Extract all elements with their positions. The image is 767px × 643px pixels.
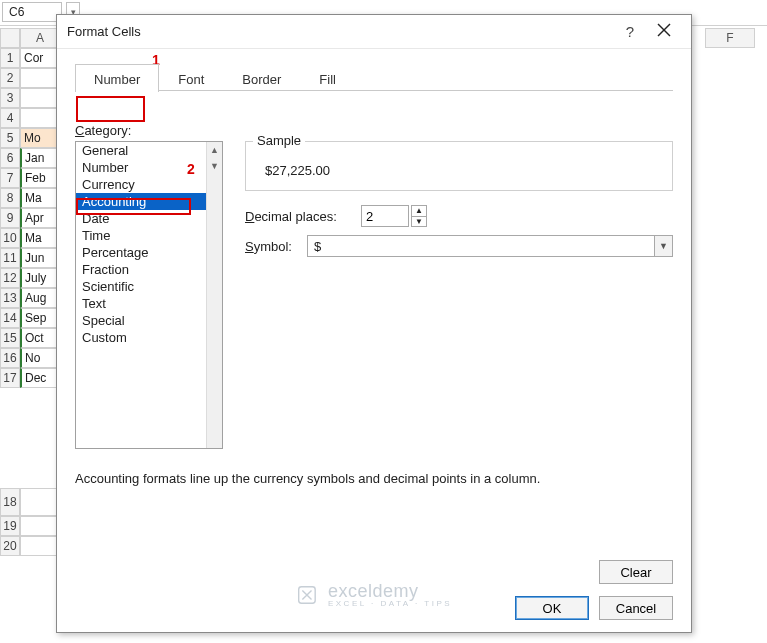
- category-listbox[interactable]: General Number Currency Accounting Date …: [75, 141, 223, 449]
- category-item-number[interactable]: Number: [76, 159, 206, 176]
- row-header[interactable]: 9: [0, 208, 20, 228]
- cell[interactable]: Aug: [20, 288, 60, 308]
- cell[interactable]: Oct: [20, 328, 60, 348]
- cell[interactable]: Ma: [20, 228, 60, 248]
- category-item-date[interactable]: Date: [76, 210, 206, 227]
- dialog-titlebar[interactable]: Format Cells ?: [57, 15, 691, 49]
- symbol-dropdown[interactable]: $ ▼: [307, 235, 673, 257]
- dialog-title: Format Cells: [67, 24, 613, 39]
- select-all-corner[interactable]: [0, 28, 20, 48]
- category-item-fraction[interactable]: Fraction: [76, 261, 206, 278]
- annotation-ring-1: [76, 96, 145, 122]
- category-item-text[interactable]: Text: [76, 295, 206, 312]
- symbol-value: $: [308, 239, 654, 254]
- name-box[interactable]: C6: [2, 2, 62, 22]
- chevron-down-icon: ▼: [654, 236, 672, 256]
- row-header[interactable]: 16: [0, 348, 20, 368]
- symbol-label: Symbol:: [245, 239, 292, 254]
- cell[interactable]: Mo: [20, 128, 60, 148]
- category-list-inner: General Number Currency Accounting Date …: [76, 142, 206, 448]
- number-tab-content: Category: General Number Currency Accoun…: [75, 123, 673, 584]
- cell[interactable]: [20, 68, 60, 88]
- cell[interactable]: [20, 108, 60, 128]
- decimal-places-input[interactable]: [361, 205, 409, 227]
- row-header[interactable]: 3: [0, 88, 20, 108]
- scroll-down-icon[interactable]: ▼: [207, 158, 222, 174]
- row-header[interactable]: 7: [0, 168, 20, 188]
- watermark: exceldemy EXCEL · DATA · TIPS: [296, 582, 452, 608]
- scroll-up-icon[interactable]: ▲: [207, 142, 222, 158]
- row-header[interactable]: 18: [0, 488, 20, 516]
- ok-button[interactable]: OK: [515, 596, 589, 620]
- cancel-button[interactable]: Cancel: [599, 596, 673, 620]
- watermark-subtext: EXCEL · DATA · TIPS: [328, 600, 452, 608]
- cell[interactable]: [20, 516, 60, 536]
- row-header[interactable]: 17: [0, 368, 20, 388]
- row-header[interactable]: 4: [0, 108, 20, 128]
- svg-rect-2: [299, 587, 316, 604]
- watermark-icon: [296, 584, 318, 606]
- cell[interactable]: Apr: [20, 208, 60, 228]
- sample-value: $27,225.00: [265, 163, 330, 178]
- cell[interactable]: [20, 88, 60, 108]
- tab-fill[interactable]: Fill: [300, 64, 355, 92]
- close-button[interactable]: [647, 23, 681, 40]
- close-icon: [657, 25, 671, 40]
- cell[interactable]: Cor: [20, 48, 60, 68]
- dialog-body: 1 Number Font Border Fill Category: Gene…: [57, 49, 691, 632]
- dialog-tabs: Number Font Border Fill: [75, 63, 673, 91]
- tab-border[interactable]: Border: [223, 64, 300, 92]
- cell[interactable]: No: [20, 348, 60, 368]
- cell[interactable]: [20, 488, 60, 516]
- row-header[interactable]: 19: [0, 516, 20, 536]
- cell[interactable]: July: [20, 268, 60, 288]
- cell[interactable]: Jan: [20, 148, 60, 168]
- dialog-button-row: OK Cancel: [515, 596, 673, 620]
- cell[interactable]: Sep: [20, 308, 60, 328]
- tab-font[interactable]: Font: [159, 64, 223, 92]
- spinner-down-icon[interactable]: ▼: [412, 217, 426, 227]
- row-header[interactable]: 14: [0, 308, 20, 328]
- category-item-time[interactable]: Time: [76, 227, 206, 244]
- help-button[interactable]: ?: [613, 23, 647, 40]
- category-scrollbar[interactable]: ▲ ▼: [206, 142, 222, 448]
- row-header[interactable]: 1: [0, 48, 20, 68]
- clear-button-row: Clear: [599, 560, 673, 584]
- row-header[interactable]: 13: [0, 288, 20, 308]
- category-item-percentage[interactable]: Percentage: [76, 244, 206, 261]
- row-header[interactable]: 11: [0, 248, 20, 268]
- category-item-currency[interactable]: Currency: [76, 176, 206, 193]
- cell[interactable]: Ma: [20, 188, 60, 208]
- row-header[interactable]: 6: [0, 148, 20, 168]
- category-item-general[interactable]: General: [76, 142, 206, 159]
- row-header[interactable]: 8: [0, 188, 20, 208]
- row-header[interactable]: 12: [0, 268, 20, 288]
- category-label: Category:: [75, 123, 131, 138]
- row-header[interactable]: 2: [0, 68, 20, 88]
- category-item-accounting[interactable]: Accounting: [76, 193, 206, 210]
- clear-button[interactable]: Clear: [599, 560, 673, 584]
- watermark-text: exceldemy: [328, 582, 452, 600]
- spinner-up-icon[interactable]: ▲: [412, 206, 426, 217]
- decimal-places-spinner[interactable]: ▲ ▼: [411, 205, 427, 227]
- category-item-scientific[interactable]: Scientific: [76, 278, 206, 295]
- cell[interactable]: Feb: [20, 168, 60, 188]
- cell[interactable]: Jun: [20, 248, 60, 268]
- row-header[interactable]: 5: [0, 128, 20, 148]
- cell[interactable]: [20, 536, 60, 556]
- row-header[interactable]: 10: [0, 228, 20, 248]
- cell[interactable]: Dec: [20, 368, 60, 388]
- category-item-special[interactable]: Special: [76, 312, 206, 329]
- tab-number[interactable]: Number: [75, 64, 159, 92]
- col-header-A[interactable]: A: [20, 28, 60, 48]
- format-description: Accounting formats line up the currency …: [75, 471, 673, 486]
- sample-label: Sample: [253, 133, 305, 148]
- row-header[interactable]: 20: [0, 536, 20, 556]
- decimal-places-label: Decimal places:: [245, 209, 337, 224]
- format-cells-dialog: Format Cells ? 1 Number Font Border Fill…: [56, 14, 692, 633]
- category-item-custom[interactable]: Custom: [76, 329, 206, 346]
- row-header[interactable]: 15: [0, 328, 20, 348]
- col-header-F[interactable]: F: [705, 28, 755, 48]
